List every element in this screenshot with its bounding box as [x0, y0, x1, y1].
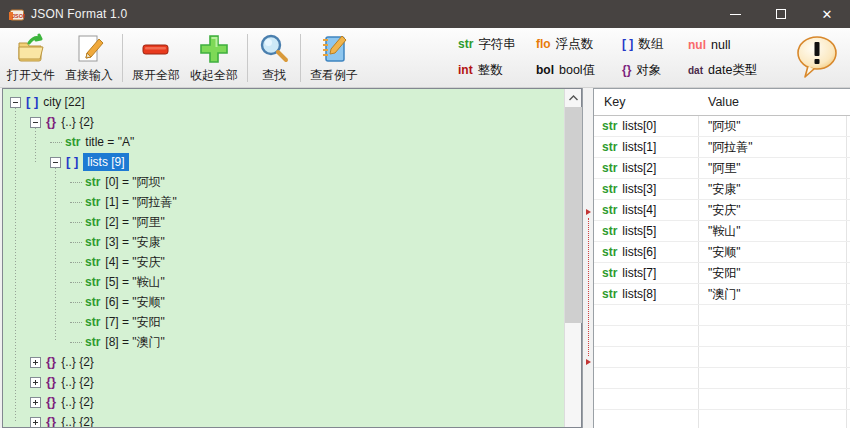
table-row[interactable]: strlists[5]"鞍山" [594, 221, 850, 242]
collapse-box-icon[interactable] [10, 97, 21, 108]
tree-connector [50, 142, 62, 143]
key-cell: strlists[2] [602, 158, 656, 179]
open-file-button[interactable]: 打开文件 [2, 30, 60, 86]
value-cell: "阿里" [708, 158, 741, 179]
value-cell: "鞍山" [708, 221, 741, 242]
tree-node[interactable]: {}{..} {2} [3, 372, 564, 392]
scrollbar-thumb[interactable] [565, 107, 582, 323]
toolbar-button-label: 查看例子 [310, 67, 358, 84]
key-cell: strlists[4] [602, 200, 656, 221]
expand-box-icon[interactable] [30, 397, 41, 408]
close-button[interactable]: ✕ [804, 0, 850, 28]
tree-node[interactable]: strtitle = "A" [3, 132, 564, 152]
table-row[interactable]: strlists[6]"安顺" [594, 242, 850, 263]
tree-node[interactable]: str[5] = "鞍山" [3, 272, 564, 292]
key-text: lists[0] [622, 119, 656, 133]
expand-all-button[interactable]: 展开全部 [127, 30, 185, 86]
table-row[interactable]: strlists[8]"澳门" [594, 284, 850, 305]
tree-node[interactable]: str[1] = "阿拉善" [3, 192, 564, 212]
type-tag: str [602, 203, 617, 217]
json-tree: [ ]city [22]{}{..} {2}strtitle = "A"[ ]l… [3, 89, 564, 427]
window-title: JSON Format 1.0 [31, 7, 127, 21]
type-tag: str [85, 275, 100, 289]
value-cell: "安庆" [708, 200, 741, 221]
tree-node[interactable]: {}{..} {2} [3, 352, 564, 372]
object-icon: {} [46, 114, 56, 129]
table-row[interactable]: strlists[0]"阿坝" [594, 116, 850, 137]
about-button[interactable] [794, 32, 840, 84]
collapse-all-button[interactable]: 收起全部 [185, 30, 243, 86]
view-examples-button[interactable]: 查看例子 [305, 30, 363, 86]
toolbar-button-label: 查找 [262, 67, 286, 84]
array-icon: [ ] [66, 154, 78, 169]
table-row[interactable]: strlists[4]"安庆" [594, 200, 850, 221]
legend-item: {}对象 [622, 62, 688, 79]
find-button[interactable]: 查找 [252, 30, 296, 86]
collapse-box-icon[interactable] [50, 157, 61, 168]
scroll-up-icon[interactable] [565, 89, 581, 106]
panel-splitter[interactable] [582, 88, 594, 428]
find-icon [257, 32, 291, 66]
table-row[interactable]: strlists[3]"安康" [594, 179, 850, 200]
value-cell: "阿拉善" [708, 137, 753, 158]
tree-node[interactable]: {}{..} {2} [3, 412, 564, 427]
direct-input-button[interactable]: 直接输入 [60, 30, 118, 86]
tree-connector [70, 222, 82, 223]
tree-node[interactable]: str[8] = "澳门" [3, 332, 564, 352]
key-text: lists[7] [622, 266, 656, 280]
tree-node-label: {..} {2} [61, 115, 94, 129]
toolbar-separator [247, 34, 248, 82]
legend-type-tag: str [458, 37, 473, 51]
tree-node-label: [1] = "阿拉善" [105, 195, 177, 209]
tree-connector [70, 302, 82, 303]
table-row[interactable]: strlists[2]"阿里" [594, 158, 850, 179]
table-row[interactable]: strlists[7]"安阳" [594, 263, 850, 284]
tree-node-label: {..} {2} [61, 415, 94, 427]
tree-connector [70, 282, 82, 283]
type-tag: str [65, 135, 80, 149]
tree-node[interactable]: [ ]lists [9] [3, 152, 564, 172]
toolbar-separator [300, 34, 301, 82]
type-tag: str [85, 235, 100, 249]
tree-node[interactable]: str[3] = "安康" [3, 232, 564, 252]
key-cell: strlists[0] [602, 116, 656, 137]
value-cell: "安阳" [708, 263, 741, 284]
key-cell: strlists[8] [602, 284, 656, 305]
array-icon: [ ] [26, 94, 38, 109]
tree-node[interactable]: {}{..} {2} [3, 112, 564, 132]
tree-node-label: [4] = "安庆" [105, 255, 165, 269]
maximize-button[interactable] [758, 0, 804, 28]
tree-node[interactable]: str[7] = "安阳" [3, 312, 564, 332]
type-tag: str [602, 287, 617, 301]
tree-node-label: title = "A" [85, 135, 134, 149]
tree-node[interactable]: {}{..} {2} [3, 392, 564, 412]
legend-type-tag: flo [536, 37, 551, 51]
legend-type-tag: int [458, 63, 473, 77]
tree-node[interactable]: str[0] = "阿坝" [3, 172, 564, 192]
legend-item: flo浮点数 [536, 36, 622, 53]
expand-box-icon[interactable] [30, 377, 41, 388]
value-cell: "安康" [708, 179, 741, 200]
minimize-button[interactable] [712, 0, 758, 28]
legend-item: datdate类型 [688, 62, 780, 79]
tree-node[interactable]: str[6] = "安顺" [3, 292, 564, 312]
tree-node[interactable]: [ ]city [22] [3, 92, 564, 112]
toolbar: 打开文件 直接输入 展开全部 收起全部 [0, 28, 850, 88]
type-tag: str [85, 215, 100, 229]
expand-box-icon[interactable] [30, 357, 41, 368]
tree-node[interactable]: str[2] = "阿里" [3, 212, 564, 232]
view-examples-icon [317, 32, 351, 66]
collapse-box-icon[interactable] [30, 117, 41, 128]
key-text: lists[8] [622, 287, 656, 301]
table-empty-row [594, 389, 850, 410]
tree-node[interactable]: str[4] = "安庆" [3, 252, 564, 272]
legend-label: 浮点数 [556, 36, 594, 53]
legend-label: 对象 [636, 62, 661, 79]
tree-scrollbar[interactable] [564, 89, 581, 427]
expand-box-icon[interactable] [30, 417, 41, 427]
object-icon: {} [46, 414, 56, 427]
tree-connector [70, 322, 82, 323]
table-empty-row [594, 326, 850, 347]
table-row[interactable]: strlists[1]"阿拉善" [594, 137, 850, 158]
type-tag: str [602, 224, 617, 238]
